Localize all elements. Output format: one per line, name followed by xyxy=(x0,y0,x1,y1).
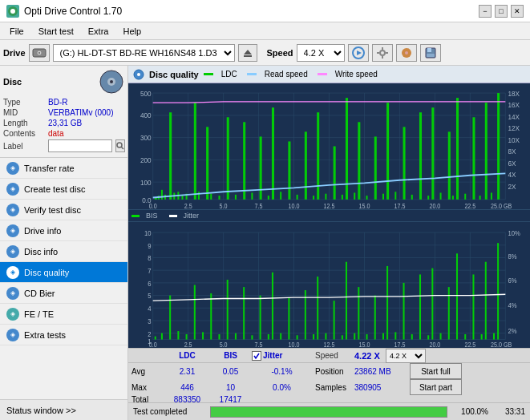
start-part-button[interactable]: Start part xyxy=(410,379,462,395)
disc-label-input[interactable] xyxy=(48,139,112,152)
svg-point-21 xyxy=(110,80,113,83)
svg-rect-199 xyxy=(366,334,368,340)
progress-percent: 100.0% xyxy=(452,407,488,416)
max-bis: 10 xyxy=(212,383,249,392)
svg-text:7.5: 7.5 xyxy=(255,202,264,209)
disc-title: Disc xyxy=(3,77,22,87)
disc-icon[interactable] xyxy=(396,44,417,62)
speed-select[interactable]: 4.2 X xyxy=(297,44,345,62)
bis-legend-label: BIS xyxy=(146,212,158,220)
progress-bar-container xyxy=(210,406,447,418)
sidebar-nav: ◈ Transfer rate ◈ Create test disc ◈ Ver… xyxy=(0,158,127,399)
svg-text:4X: 4X xyxy=(508,171,516,180)
menu-file[interactable]: File xyxy=(3,25,30,38)
create-test-icon: ◈ xyxy=(6,183,19,196)
svg-rect-175 xyxy=(186,334,188,340)
nav-fe-te-label: FE / TE xyxy=(24,309,54,319)
svg-rect-116 xyxy=(456,98,459,200)
disc-label-label: Label xyxy=(3,142,45,151)
max-label: Max xyxy=(131,383,162,392)
label-search-button[interactable] xyxy=(115,139,125,152)
svg-rect-209 xyxy=(440,333,442,340)
disc-contents-label: Contents xyxy=(3,129,45,138)
nav-transfer-rate-label: Transfer rate xyxy=(24,164,75,173)
stat-bis-header: BIS xyxy=(212,351,249,360)
menu-start-test[interactable]: Start test xyxy=(32,25,80,38)
fe-te-icon: ◈ xyxy=(6,308,19,321)
svg-rect-92 xyxy=(288,141,290,199)
nav-disc-info-label: Disc info xyxy=(24,247,58,256)
chart-bottom: 10 9 8 7 6 5 4 3 2 1 10% 8% xyxy=(128,221,530,348)
svg-text:4: 4 xyxy=(148,304,151,313)
disc-contents-row: Contents data xyxy=(3,129,124,138)
transfer-rate-icon: ◈ xyxy=(6,162,19,175)
disc-mid-value: VERBATIMv (000) xyxy=(48,108,114,117)
svg-rect-10 xyxy=(382,47,383,50)
progress-bar-fill xyxy=(211,407,447,417)
samples-value: 380905 xyxy=(354,383,407,392)
svg-rect-95 xyxy=(313,196,314,200)
write-legend-color xyxy=(318,73,327,75)
menu-help[interactable]: Help xyxy=(116,25,148,38)
svg-rect-113 xyxy=(440,192,442,199)
maximize-button[interactable]: □ xyxy=(495,5,508,18)
nav-fe-te[interactable]: ◈ FE / TE xyxy=(0,304,127,325)
svg-rect-206 xyxy=(419,274,421,339)
disc-type-label: Type xyxy=(3,98,45,107)
svg-point-1 xyxy=(10,9,15,14)
svg-rect-214 xyxy=(481,334,483,340)
svg-rect-217 xyxy=(497,243,499,339)
nav-create-test-disc[interactable]: ◈ Create test disc xyxy=(0,179,127,200)
nav-transfer-rate[interactable]: ◈ Transfer rate xyxy=(0,158,127,179)
save-icon[interactable] xyxy=(420,44,441,62)
nav-verify-test-disc[interactable]: ◈ Verify test disc xyxy=(0,200,127,220)
svg-text:6: 6 xyxy=(148,279,151,288)
drive-select[interactable]: (G:) HL-DT-ST BD-RE WH16NS48 1.D3 xyxy=(53,44,235,62)
svg-point-4 xyxy=(38,52,40,54)
svg-rect-99 xyxy=(342,195,343,200)
svg-rect-178 xyxy=(210,293,212,340)
charts-area: 500 400 300 200 100 0.0 18X 16X 14X 12X … xyxy=(128,83,530,348)
jitter-checkbox[interactable] xyxy=(252,351,261,361)
status-window[interactable]: Status window >> xyxy=(0,399,127,420)
minimize-button[interactable]: − xyxy=(479,5,492,18)
disc-quality-header-icon xyxy=(133,69,144,80)
read-icon[interactable] xyxy=(348,44,369,62)
speed-dropdown[interactable]: 4.2 X xyxy=(386,349,426,363)
menu-extra[interactable]: Extra xyxy=(82,25,115,38)
svg-text:15.0: 15.0 xyxy=(359,341,370,348)
main-layout: Disc Type BD-R MID VERBATIMv (000) Lengt… xyxy=(0,66,530,420)
svg-rect-117 xyxy=(464,194,466,200)
svg-point-25 xyxy=(137,73,140,76)
svg-rect-196 xyxy=(346,262,347,340)
svg-rect-104 xyxy=(374,136,377,200)
config-icon[interactable] xyxy=(372,44,393,62)
svg-rect-195 xyxy=(342,335,343,339)
svg-rect-79 xyxy=(194,103,196,200)
svg-rect-97 xyxy=(325,194,326,200)
svg-rect-91 xyxy=(280,192,281,200)
stats-avg-row: Avg 2.31 0.05 -0.1% Position 23862 MB St… xyxy=(128,363,530,379)
svg-rect-112 xyxy=(431,107,434,200)
svg-text:2.5: 2.5 xyxy=(184,341,192,348)
nav-extra-tests[interactable]: ◈ Extra tests xyxy=(0,325,127,345)
close-button[interactable]: ✕ xyxy=(511,5,524,18)
svg-rect-90 xyxy=(272,107,274,200)
nav-disc-quality[interactable]: ◈ Disc quality xyxy=(0,262,127,283)
title-bar: Opti Drive Control 1.70 − □ ✕ xyxy=(0,0,530,22)
svg-rect-89 xyxy=(268,196,269,200)
svg-text:18X: 18X xyxy=(508,89,520,98)
svg-rect-205 xyxy=(411,334,413,340)
start-full-button[interactable]: Start full xyxy=(410,363,462,379)
progress-text: Test completed xyxy=(133,407,205,416)
app-icon xyxy=(6,5,19,18)
svg-text:12X: 12X xyxy=(508,124,520,133)
svg-text:10.0: 10.0 xyxy=(289,341,300,348)
progress-area: Test completed 100.0% 33:31 xyxy=(128,402,530,420)
nav-cd-bier[interactable]: ◈ CD Bier xyxy=(0,283,127,304)
eject-button[interactable] xyxy=(238,44,257,62)
nav-disc-info[interactable]: ◈ Disc info xyxy=(0,241,127,262)
svg-rect-186 xyxy=(272,273,273,340)
nav-drive-info[interactable]: ◈ Drive info xyxy=(0,220,127,241)
drive-bar: Drive (G:) HL-DT-ST BD-RE WH16NS48 1.D3 … xyxy=(0,40,530,66)
